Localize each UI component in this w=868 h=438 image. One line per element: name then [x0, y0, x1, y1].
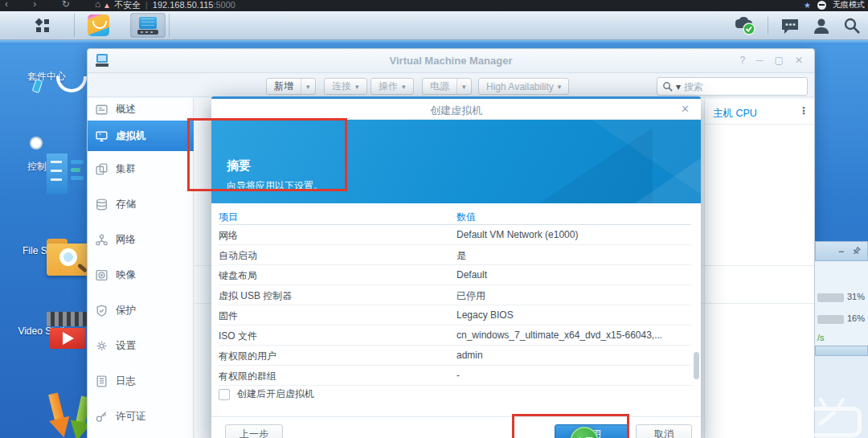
sidebar-item-label: 网络 — [116, 233, 136, 247]
bookmark-star-icon[interactable]: ★ — [804, 1, 811, 10]
user-options-icon[interactable] — [812, 16, 831, 35]
sidebar-item-overview[interactable]: 概述 — [88, 98, 194, 121]
host-cpu-title: 主机 CPU — [713, 107, 757, 121]
row-value: 是 — [457, 249, 466, 263]
summary-table: 项目 数值 网络 Default VM Network (e1000) 自动启动… — [219, 209, 691, 386]
power-button[interactable]: 电源 ▾ — [422, 78, 472, 95]
address-bar[interactable]: ▲不安全|192.168.50.115:5000 — [103, 0, 235, 11]
annotation-box-summary — [187, 118, 347, 191]
row-value: cn_windows_7_ultimate_x64_dvd_x15-66043,… — [457, 330, 662, 341]
checkbox[interactable] — [219, 389, 230, 400]
sidebar-item-logs[interactable]: 日志 — [88, 363, 194, 399]
sidebar-item-license[interactable]: 许可证 — [88, 399, 194, 434]
sidebar-item-protection[interactable]: 保护 — [88, 293, 194, 328]
virtual-machine-icon — [95, 129, 108, 143]
vmm-sidebar: 概述 虚拟机 集群 存储 网络 映像 保护 设置 — [88, 98, 194, 438]
sidebar-item-virtual-machine[interactable]: 虚拟机 — [88, 121, 194, 151]
host-cpu-menu-icon[interactable]: ⋮ — [799, 105, 809, 117]
ha-button-label: High Availability — [486, 81, 554, 92]
dialog-close-icon[interactable]: ✕ — [681, 103, 690, 115]
desktop-icon-download-station[interactable] — [6, 384, 87, 399]
high-availability-button[interactable]: High Availability▾ — [478, 78, 569, 95]
sidebar-item-image[interactable]: 映像 — [88, 257, 194, 293]
package-center-icon — [88, 14, 109, 36]
table-row: 有权限的群组 - — [219, 366, 691, 386]
widget-header[interactable]: − — [815, 241, 868, 261]
vmm-icon — [137, 17, 158, 35]
taskbar-app-package-center[interactable] — [80, 13, 116, 38]
sidebar-item-network[interactable]: 网络 — [88, 222, 194, 257]
cancel-button[interactable]: 取消 — [636, 424, 692, 438]
table-row: 固件 Legacy BIOS — [219, 305, 691, 325]
taskbar-divider2 — [169, 14, 170, 37]
column-header-item: 项目 — [219, 211, 238, 224]
help-icon[interactable]: ? — [739, 55, 745, 66]
desktop-icon-package-center[interactable]: 套件中心 — [6, 55, 87, 84]
row-value: Default VM Network (e1000) — [457, 229, 578, 240]
connect-button[interactable]: 连接▾ — [324, 78, 367, 95]
host-cpu-row-line — [705, 303, 814, 304]
row-value: - — [457, 370, 460, 381]
image-icon — [95, 268, 108, 282]
row-value: admin — [457, 350, 483, 361]
url-port: :5000 — [213, 0, 235, 10]
security-label: 不安全 — [114, 0, 141, 10]
host-cpu-divider — [705, 124, 814, 125]
license-key-icon — [95, 410, 108, 424]
power-dropdown-arrow[interactable]: ▾ — [457, 79, 471, 94]
main-menu-button[interactable] — [14, 11, 71, 39]
row-label: ISO 文件 — [219, 330, 257, 343]
vmm-toolbar: 新增 ▾ 连接▾ 操作▾ 电源 ▾ High Availability▾ ▾ — [88, 73, 814, 97]
row-value: 已停用 — [457, 289, 485, 303]
taskbar-app-vmm[interactable] — [130, 13, 166, 38]
cancel-button-label: 取消 — [654, 428, 674, 438]
desktop-icon-video-station[interactable]: Video Station — [6, 310, 87, 337]
table-row: 有权限的用户 admin — [219, 346, 691, 366]
connect-dropdown-arrow: ▾ — [355, 83, 359, 91]
incognito-icon — [817, 1, 826, 10]
widget-pin-icon[interactable] — [850, 245, 862, 257]
search-filter-arrow[interactable]: ▾ — [676, 81, 681, 92]
vmm-titlebar[interactable]: Virtual Machine Manager ? ─ ▢ ✕ — [88, 49, 814, 73]
dialog-titlebar[interactable]: 创建虚拟机 ✕ — [211, 99, 701, 120]
back-button[interactable]: 上一步 — [225, 424, 283, 438]
browser-nav-icons[interactable]: ‹ › ↻ ⌂ — [5, 0, 112, 10]
search-box-icon — [662, 81, 673, 92]
sidebar-item-cluster[interactable]: 集群 — [88, 151, 194, 186]
url-host: 192.168.50.115 — [153, 0, 214, 10]
widget-minimize-icon[interactable]: − — [838, 246, 844, 257]
search-box[interactable]: ▾ — [657, 77, 808, 96]
back-button-label: 上一步 — [240, 428, 268, 438]
power-on-checkbox-row[interactable]: 创建后开启虚拟机 — [219, 387, 314, 401]
table-row: 虚拟 USB 控制器 已停用 — [219, 285, 691, 305]
sidebar-item-settings[interactable]: 设置 — [88, 328, 194, 363]
settings-gear-icon — [95, 339, 108, 353]
action-dropdown-arrow: ▾ — [402, 83, 406, 91]
search-input[interactable] — [684, 81, 802, 92]
row-label: 键盘布局 — [219, 269, 257, 283]
widget-header-2[interactable] — [815, 346, 868, 356]
sidebar-item-label: 设置 — [116, 339, 136, 353]
main-menu-grid-icon — [34, 17, 51, 35]
row-label: 自动启动 — [219, 249, 257, 263]
add-button[interactable]: 新增 ▾ — [266, 78, 316, 95]
warning-icon: ▲ — [103, 1, 111, 10]
tv-mascot-watermark — [804, 399, 863, 438]
minimize-icon[interactable]: ─ — [756, 55, 764, 66]
desktop-icon-file-station[interactable]: File Station — [6, 230, 87, 256]
search-icon[interactable] — [842, 16, 862, 35]
notifications-icon[interactable] — [780, 16, 800, 35]
row-label: 有权限的群组 — [219, 370, 276, 383]
add-dropdown-arrow[interactable]: ▾ — [301, 79, 315, 94]
browser-bar: ‹ › ↻ ⌂ ▲不安全|192.168.50.115:5000 ★ 无痕模式 — [0, 0, 868, 11]
sidebar-item-storage[interactable]: 存储 — [88, 186, 194, 222]
table-scrollbar-thumb[interactable] — [694, 352, 699, 379]
quickconnect-status-icon[interactable] — [732, 16, 756, 35]
logs-icon — [95, 375, 108, 388]
overview-icon — [95, 103, 108, 117]
maximize-icon[interactable]: ▢ — [775, 55, 784, 66]
close-icon[interactable]: ✕ — [795, 55, 803, 66]
action-button[interactable]: 操作▾ — [371, 78, 414, 95]
desktop-icon-control-panel[interactable]: 控制面板 — [6, 145, 87, 174]
row-value: Default — [457, 269, 487, 280]
